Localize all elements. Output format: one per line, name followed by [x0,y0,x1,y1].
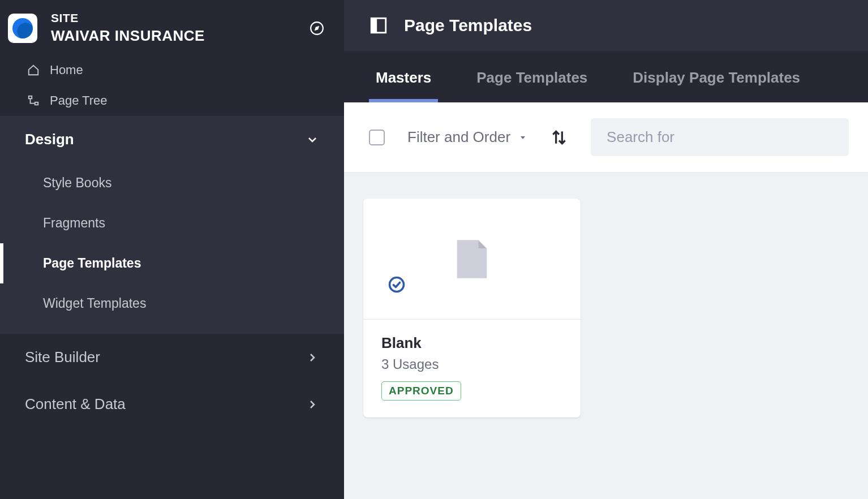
search-input[interactable] [607,128,833,146]
app-logo[interactable] [8,14,37,43]
nav-label: Page Tree [50,93,108,108]
group-label: Design [25,131,74,148]
template-usages: 3 Usages [381,356,562,372]
tab-page-templates[interactable]: Page Templates [470,51,594,102]
sidebar-item-fragments[interactable]: Fragments [0,203,344,243]
approved-check-icon [388,276,405,293]
sidebar-group-content-data[interactable]: Content & Data [0,381,344,428]
svg-rect-3 [35,102,38,105]
nav-label: Home [50,63,83,78]
sidebar-item-page-tree[interactable]: Page Tree [0,85,344,116]
tree-icon [27,94,40,107]
group-label: Site Builder [25,349,100,366]
subitem-label: Style Books [43,175,111,190]
svg-point-7 [390,278,404,292]
tab-display-page-templates[interactable]: Display Page Templates [626,51,807,102]
logo-icon [12,18,33,38]
sort-button[interactable] [550,128,568,147]
group-label: Content & Data [25,395,126,413]
search-box[interactable] [591,118,849,156]
status-badge: APPROVED [381,381,461,401]
titlebar: Page Templates [344,0,868,51]
page-title: Page Templates [404,16,532,35]
sidebar-item-style-books[interactable]: Style Books [0,163,344,203]
tab-label: Masters [376,69,431,86]
file-icon [446,234,497,285]
subitem-label: Page Templates [43,256,141,270]
sidebar-item-page-templates[interactable]: Page Templates [0,243,344,283]
sidebar: SITE WAIVAR INSURANCE Home Page Tree Des… [0,0,344,499]
chevron-right-icon [306,351,319,364]
template-card[interactable]: Blank 3 Usages APPROVED [363,199,581,418]
site-name: WAIVAR INSURANCE [51,27,306,45]
svg-rect-2 [29,96,32,99]
card-body: Blank 3 Usages APPROVED [363,320,581,418]
svg-marker-6 [521,136,525,139]
compass-button[interactable] [306,17,328,40]
caret-down-icon [518,133,527,142]
subitem-label: Fragments [43,216,105,230]
svg-rect-5 [371,18,377,33]
select-all-checkbox[interactable] [369,130,385,145]
subitem-label: Widget Templates [43,296,146,311]
home-icon [27,64,40,76]
sidebar-group-site-builder[interactable]: Site Builder [0,334,344,381]
chevron-down-icon [306,133,319,147]
card-preview [363,199,581,320]
design-subitems: Style Books Fragments Page Templates Wid… [0,163,344,334]
page-templates-icon [369,16,388,35]
tab-label: Display Page Templates [633,69,800,86]
compass-icon [310,21,324,36]
chevron-right-icon [306,398,319,411]
site-info: SITE WAIVAR INSURANCE [51,11,306,45]
site-label: SITE [51,11,306,25]
sidebar-header: SITE WAIVAR INSURANCE [0,6,344,55]
sidebar-item-home[interactable]: Home [0,55,344,85]
tab-label: Page Templates [476,69,587,86]
sidebar-item-widget-templates[interactable]: Widget Templates [0,283,344,324]
filter-order-button[interactable]: Filter and Order [407,128,527,146]
content-area: Blank 3 Usages APPROVED [344,173,868,499]
tab-masters[interactable]: Masters [369,51,438,102]
template-name: Blank [381,334,562,352]
svg-marker-1 [315,25,320,31]
sort-arrows-icon [550,128,568,147]
filter-label: Filter and Order [407,128,510,146]
tabs-bar: Masters Page Templates Display Page Temp… [344,51,868,102]
main: Page Templates Masters Page Templates Di… [344,0,868,499]
sidebar-group-design[interactable]: Design [0,116,344,163]
toolbar: Filter and Order [344,102,868,173]
